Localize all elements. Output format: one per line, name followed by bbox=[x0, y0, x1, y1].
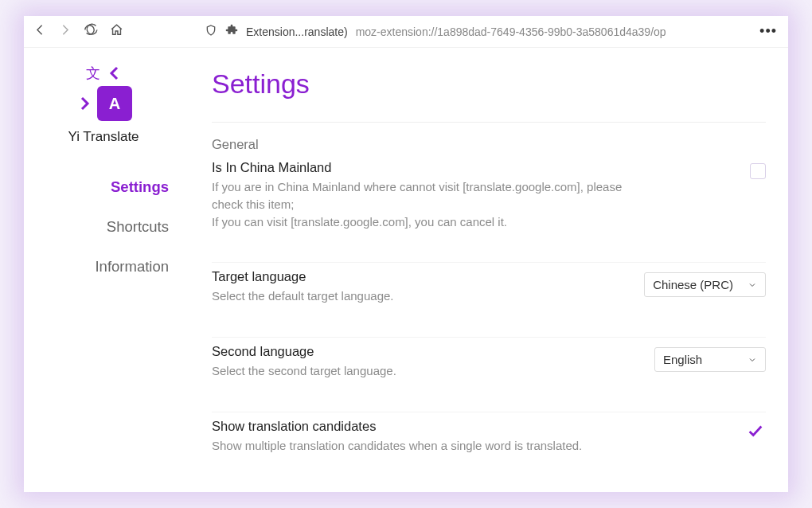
setting-desc: Select the second target language. bbox=[212, 362, 638, 380]
browser-toolbar: Extension...ranslate) moz-extension://1a… bbox=[24, 16, 788, 48]
setting-desc: Select the default target language. bbox=[212, 287, 628, 305]
setting-desc: Show multiple translation candidates whe… bbox=[212, 437, 638, 455]
back-icon[interactable] bbox=[33, 23, 47, 40]
setting-target-language: Target language Select the default targe… bbox=[212, 262, 766, 322]
setting-label: Target language bbox=[212, 269, 628, 284]
extension-icon bbox=[225, 24, 238, 40]
setting-show-candidates: Show translation candidates Show multipl… bbox=[212, 412, 766, 472]
setting-text: Is In China Mainland If you are in China… bbox=[212, 160, 654, 230]
setting-control bbox=[654, 160, 766, 179]
nav-icons bbox=[33, 23, 123, 40]
setting-label: Second language bbox=[212, 344, 638, 359]
setting-china-mainland: Is In China Mainland If you are in China… bbox=[212, 160, 766, 248]
page-title: Settings bbox=[212, 68, 766, 100]
forward-icon[interactable] bbox=[58, 23, 72, 40]
home-icon[interactable] bbox=[110, 23, 123, 40]
setting-control: English bbox=[654, 344, 766, 372]
svg-text:文: 文 bbox=[86, 65, 100, 81]
setting-label: Show translation candidates bbox=[212, 419, 638, 434]
checkbox-china[interactable] bbox=[750, 163, 766, 179]
shield-icon bbox=[205, 24, 217, 40]
app-name: Yi Translate bbox=[68, 129, 139, 145]
logo-char-icon: 文 bbox=[83, 64, 102, 83]
page-url: moz-extension://1a898dad-7649-4356-99b0-… bbox=[356, 25, 750, 38]
setting-text: Second language Select the second target… bbox=[212, 344, 654, 380]
select-second-language[interactable]: English bbox=[654, 347, 766, 372]
setting-control: Chinese (PRC) bbox=[644, 269, 766, 297]
sidebar-item-information[interactable]: Information bbox=[24, 247, 169, 287]
check-icon bbox=[745, 422, 766, 440]
select-target-language[interactable]: Chinese (PRC) bbox=[644, 272, 766, 297]
more-icon[interactable]: ••• bbox=[759, 23, 780, 40]
divider bbox=[212, 122, 766, 123]
setting-control bbox=[654, 419, 766, 443]
app-logo: 文 bbox=[83, 64, 124, 83]
reload-icon[interactable] bbox=[85, 23, 99, 40]
content: 文 A Yi Translate Settings Shortcuts Info… bbox=[24, 48, 788, 492]
sidebar-nav: Settings Shortcuts Information bbox=[24, 167, 183, 287]
browser-window: Extension...ranslate) moz-extension://1a… bbox=[24, 16, 788, 492]
app-logo-row2: A bbox=[75, 86, 132, 121]
setting-desc: If you are in China Mainland where canno… bbox=[212, 178, 638, 230]
setting-text: Show translation candidates Show multipl… bbox=[212, 419, 654, 455]
chevron-down-icon bbox=[748, 280, 757, 290]
chevron-left-icon bbox=[105, 64, 124, 83]
setting-label: Is In China Mainland bbox=[212, 160, 638, 175]
chevron-right-icon bbox=[75, 94, 94, 113]
setting-text: Target language Select the default targe… bbox=[212, 269, 644, 305]
main-panel: Settings General Is In China Mainland If… bbox=[183, 48, 788, 492]
checkbox-candidates[interactable] bbox=[745, 422, 766, 443]
setting-second-language: Second language Select the second target… bbox=[212, 337, 766, 397]
sidebar-item-settings[interactable]: Settings bbox=[24, 167, 169, 207]
address-bar[interactable]: Extension...ranslate) moz-extension://1a… bbox=[205, 24, 750, 40]
section-title: General bbox=[212, 137, 766, 152]
sidebar: 文 A Yi Translate Settings Shortcuts Info… bbox=[24, 48, 183, 492]
page-label: Extension...ranslate) bbox=[246, 25, 348, 38]
chevron-down-icon bbox=[748, 355, 757, 365]
logo-letter-icon: A bbox=[97, 86, 132, 121]
select-value: Chinese (PRC) bbox=[653, 278, 733, 291]
sidebar-item-shortcuts[interactable]: Shortcuts bbox=[24, 207, 169, 247]
select-value: English bbox=[663, 353, 702, 366]
